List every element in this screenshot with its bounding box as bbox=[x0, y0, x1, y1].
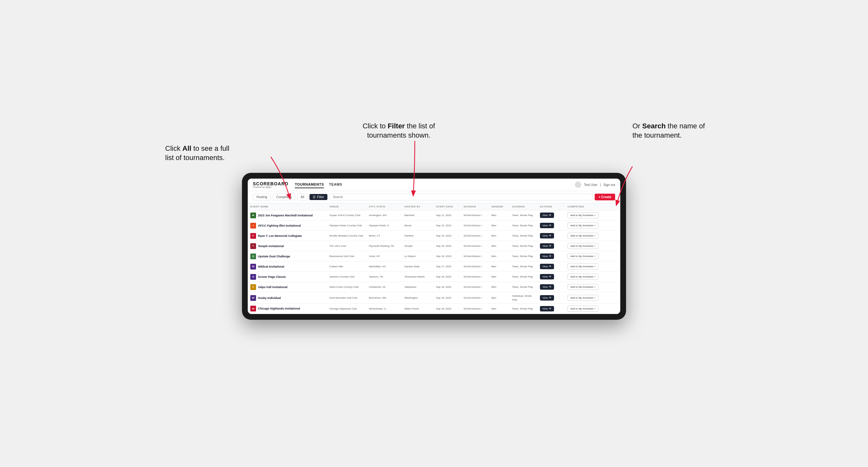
nav-tab-teams[interactable]: TEAMS bbox=[329, 181, 342, 188]
add-to-schedule-button[interactable]: Add to My Schedule + bbox=[567, 253, 598, 259]
start-date: Sep 16, 2023 bbox=[436, 234, 451, 237]
add-to-schedule-button[interactable]: Add to My Schedule + bbox=[567, 243, 598, 249]
hosted-by: Fairfield bbox=[405, 234, 413, 237]
gender: Men bbox=[491, 214, 496, 217]
event-cell: M 2023 Joe Feaganes Marshall Invitationa… bbox=[250, 213, 324, 218]
add-to-schedule-button[interactable]: Add to My Schedule + bbox=[567, 233, 598, 239]
hosted-by: Temple bbox=[405, 245, 413, 247]
logo-sub: Powered by clippd bbox=[253, 186, 288, 188]
separator: | bbox=[600, 183, 601, 187]
event-name: 2023 Joe Feaganes Marshall Invitational bbox=[258, 214, 313, 217]
eye-icon: 👁 bbox=[549, 224, 552, 227]
view-label: View bbox=[542, 234, 548, 237]
venue: Chicago Highlands Club bbox=[329, 307, 357, 310]
col-header-gender: GENDER bbox=[489, 203, 509, 210]
add-to-schedule-button[interactable]: Add to My Schedule + bbox=[567, 222, 598, 228]
hosted-by: Illinois bbox=[405, 224, 412, 227]
search-input[interactable] bbox=[329, 194, 593, 200]
logo-title: SCOREBOARD bbox=[253, 182, 288, 186]
gender: Men bbox=[491, 285, 496, 288]
annotation-all: Click All to see a full list of tourname… bbox=[165, 144, 236, 162]
team-logo: U bbox=[250, 253, 256, 259]
view-button[interactable]: View 👁 bbox=[540, 295, 554, 301]
scoring: Team, Stroke Play bbox=[512, 255, 533, 258]
hosted-by: Marshall bbox=[405, 214, 414, 217]
eye-icon: 👁 bbox=[549, 285, 552, 288]
division: NCAA Division I bbox=[464, 255, 482, 258]
sign-out-link[interactable]: Sign out bbox=[603, 183, 615, 187]
tournaments-table: EVENT NAME VENUE CITY, STATE HOSTED BY S… bbox=[248, 203, 620, 314]
venue: Ravenwood Golf Club bbox=[329, 255, 354, 258]
division: NCAA Division I bbox=[464, 285, 482, 288]
col-header-division: DIVISION bbox=[461, 203, 489, 210]
scoring: Team, Stroke Play bbox=[512, 265, 533, 268]
add-schedule-label: Add to My Schedule + bbox=[570, 265, 596, 268]
start-date: Sep 18, 2023 bbox=[436, 297, 451, 299]
tournaments-table-container: EVENT NAME VENUE CITY, STATE HOSTED BY S… bbox=[248, 203, 620, 314]
city-state: Jackson, TN bbox=[369, 275, 383, 278]
actions-cell: View 👁 bbox=[540, 284, 562, 290]
event-cell: I OFCC Fighting Illini Invitational bbox=[250, 223, 324, 228]
table-row: V Valpo Fall Invitational Sand Creek Cou… bbox=[248, 282, 620, 292]
view-label: View bbox=[542, 307, 548, 310]
city-state: Chesterton, IN bbox=[369, 285, 385, 288]
team-logo: W bbox=[250, 306, 256, 311]
division: NCAA Division I bbox=[464, 234, 482, 237]
eye-icon: 👁 bbox=[549, 307, 552, 310]
division: NCAA Division I bbox=[464, 307, 482, 310]
tab-competing[interactable]: Competing bbox=[273, 194, 295, 200]
view-label: View bbox=[542, 275, 548, 278]
view-button[interactable]: View 👁 bbox=[540, 243, 554, 249]
add-schedule-label: Add to My Schedule + bbox=[570, 224, 596, 227]
add-schedule-label: Add to My Schedule + bbox=[570, 245, 596, 247]
event-cell: W Wildcat Invitational bbox=[250, 264, 324, 270]
add-to-schedule-button[interactable]: Add to My Schedule + bbox=[567, 295, 598, 301]
tab-all[interactable]: All bbox=[297, 194, 308, 200]
actions-cell: View 👁 bbox=[540, 213, 562, 218]
view-button[interactable]: View 👁 bbox=[540, 274, 554, 279]
view-label: View bbox=[542, 285, 548, 288]
add-schedule-label: Add to My Schedule + bbox=[570, 234, 596, 237]
eye-icon: 👁 bbox=[549, 234, 552, 237]
table-body: M 2023 Joe Feaganes Marshall Invitationa… bbox=[248, 210, 620, 314]
col-header-city: CITY, STATE bbox=[366, 203, 402, 210]
view-button[interactable]: View 👁 bbox=[540, 213, 554, 218]
scoring: Team, Stroke Play bbox=[512, 234, 533, 237]
gender: Men bbox=[491, 245, 496, 247]
team-logo: T bbox=[250, 243, 256, 249]
create-button[interactable]: + Create bbox=[595, 194, 615, 200]
venue: Olympia Fields Country Club bbox=[329, 224, 362, 227]
filter-icon: ☰ bbox=[313, 195, 316, 199]
hosted-by: Washington bbox=[405, 297, 418, 299]
table-row: F Ryan T. Lee Memorial Collegiate Shuttl… bbox=[248, 231, 620, 241]
city-state: Olympia Fields, IL bbox=[369, 224, 389, 227]
view-label: View bbox=[542, 297, 548, 299]
add-to-schedule-button[interactable]: Add to My Schedule + bbox=[567, 274, 598, 280]
venue: Jackson Country Club bbox=[329, 275, 354, 278]
scoring: Team, Stroke Play bbox=[512, 275, 533, 278]
view-button[interactable]: View 👁 bbox=[540, 253, 554, 259]
add-to-schedule-button[interactable]: Add to My Schedule + bbox=[567, 263, 598, 270]
tab-hosting[interactable]: Hosting bbox=[253, 194, 271, 200]
event-name: Ryan T. Lee Memorial Collegiate bbox=[258, 234, 302, 238]
col-header-event: EVENT NAME bbox=[248, 203, 327, 210]
city-state: Westchester, IL bbox=[369, 307, 386, 310]
add-to-schedule-button[interactable]: Add to My Schedule + bbox=[567, 306, 598, 312]
gender: Men bbox=[491, 234, 496, 237]
page-wrapper: Click All to see a full list of tourname… bbox=[242, 147, 626, 320]
venue: The 1912 Club bbox=[329, 245, 346, 247]
filter-button[interactable]: ☰ Filter bbox=[310, 194, 327, 200]
division: NCAA Division I bbox=[464, 214, 482, 217]
view-button[interactable]: View 👁 bbox=[540, 306, 554, 311]
view-button[interactable]: View 👁 bbox=[540, 223, 554, 228]
city-state: Victor, NY bbox=[369, 255, 380, 258]
nav-tab-tournaments[interactable]: TOURNAMENTS bbox=[295, 181, 324, 188]
gender: Men bbox=[491, 224, 496, 227]
view-button[interactable]: View 👁 bbox=[540, 233, 554, 239]
add-to-schedule-button[interactable]: Add to My Schedule + bbox=[567, 212, 598, 218]
actions-cell: View 👁 bbox=[540, 223, 562, 228]
view-button[interactable]: View 👁 bbox=[540, 284, 554, 290]
scoring: Team, Stroke Play bbox=[512, 224, 533, 227]
add-to-schedule-button[interactable]: Add to My Schedule + bbox=[567, 284, 598, 290]
view-button[interactable]: View 👁 bbox=[540, 264, 554, 269]
